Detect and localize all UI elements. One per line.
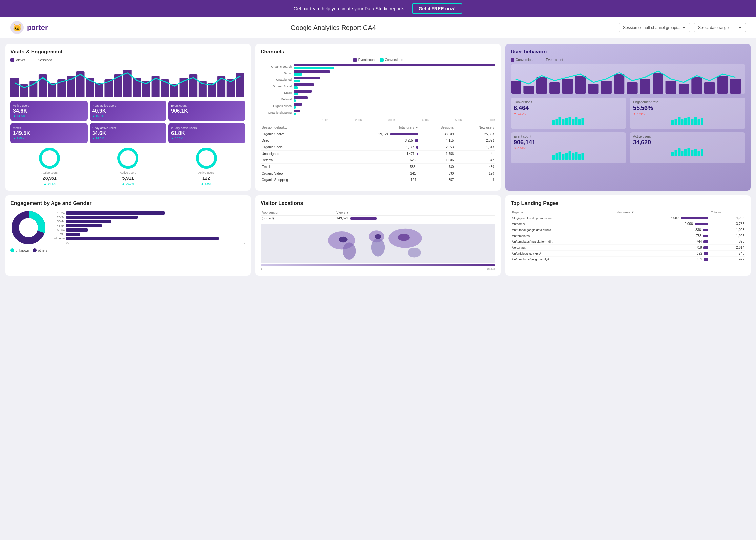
svg-rect-86 [688, 148, 690, 157]
svg-point-103 [375, 234, 381, 239]
age-legend-dot [33, 248, 37, 252]
svg-rect-46 [679, 84, 689, 94]
svg-rect-2 [11, 78, 19, 97]
views-legend-dot [11, 59, 14, 62]
total-users-cell: 241 [325, 170, 420, 177]
svg-point-97 [343, 242, 356, 259]
table-row: Unassigned 1,471 1,756 41 [260, 151, 496, 157]
beh-mini-chart [514, 115, 623, 125]
channel-horiz-row: Email [260, 90, 496, 95]
svg-rect-43 [640, 79, 650, 94]
channel-horiz-row: Unassigned [260, 77, 496, 82]
visits-chart [11, 65, 245, 97]
beh-metric-value: 906,141 [514, 139, 623, 146]
beh-metric-change: ▼ 0.09% [514, 147, 623, 150]
age-label: 35-44 [50, 220, 65, 223]
sessions-cell: 1,756 [420, 151, 455, 157]
age-bar [66, 215, 138, 219]
metric-change-3: ▲ 9.8% [13, 137, 85, 140]
svg-point-102 [339, 236, 348, 242]
svg-rect-77 [572, 153, 574, 160]
metric-change-4: ▲ 14.5% [92, 137, 164, 140]
metric-1day: 1-day active users 34.6K ▲ 14.5% [89, 123, 167, 143]
event-bar [294, 64, 496, 66]
channels-horiz-chart: Organic Search Direct Unassigned Organic… [260, 64, 496, 115]
table-row: (not set) 149,521 [260, 215, 496, 221]
page-path-cell: /en/articles/tiktok-kpis/ [511, 251, 615, 257]
age-legend-item: unknown [11, 248, 29, 252]
age-label: unknown [50, 237, 65, 240]
loc-version-cell: (not set) [260, 215, 335, 221]
new-users-cell: 41 [455, 151, 496, 157]
svg-point-30 [119, 149, 137, 167]
table-row: /en/templates/ 783 1,926 [511, 233, 745, 239]
beh-metric-label: Active users [633, 135, 742, 138]
svg-rect-35 [536, 77, 547, 94]
svg-rect-44 [653, 72, 663, 94]
svg-point-104 [398, 233, 410, 241]
age-bar [66, 233, 80, 236]
total-us-cell: 748 [710, 251, 745, 257]
channel-horiz-row: Referral [260, 96, 496, 102]
channels-panel: Channels Event count Conversions Organic… [255, 44, 501, 191]
svg-point-101 [407, 248, 421, 258]
circle-chart-0 [38, 147, 61, 170]
svg-rect-45 [666, 81, 676, 94]
svg-text:69.9%: 69.9% [24, 229, 33, 232]
new-users-bar [704, 258, 708, 261]
beh-conv-legend: Conversions [511, 58, 534, 62]
conv-bar [294, 73, 302, 76]
new-users-bar [680, 217, 708, 219]
conv-legend-dot [379, 59, 383, 62]
total-us-cell: 979 [710, 257, 745, 262]
landing-col-new: New users ▼ [615, 209, 710, 215]
total-bar [418, 166, 418, 168]
svg-text:🐱: 🐱 [13, 23, 22, 32]
svg-rect-11 [95, 83, 103, 97]
age-row: 25-34 [50, 215, 245, 219]
date-range-dropdown[interactable]: Select date range ▼ [694, 23, 746, 32]
landing-title: Top Landing Pages [511, 201, 745, 206]
channel-dropdown[interactable]: Session default channel groupi... ▼ [619, 23, 690, 32]
age-legend-label: unknown [16, 249, 29, 252]
svg-rect-62 [675, 119, 677, 125]
svg-rect-9 [76, 71, 84, 97]
svg-text:30.1%: 30.1% [24, 224, 33, 227]
total-users-cell: 1,471 [325, 151, 420, 157]
svg-rect-89 [697, 151, 700, 157]
event-bar [294, 96, 308, 99]
age-legend: unknown others [11, 248, 245, 252]
age-row: 18-24 [50, 211, 245, 214]
col-header-total: Total users ▼ [325, 124, 420, 131]
page-path-cell: /porter-auth [511, 245, 615, 251]
horiz-bars [294, 103, 496, 109]
age-label: 45-54 [50, 224, 65, 227]
circle-item-2: Active users 122 ▲ 8.9% [195, 147, 218, 185]
age-title: Engagement by Age and Gender [11, 201, 245, 206]
page-path-cell: /en/templates/ [511, 233, 615, 239]
beh-metric-value: 55.56% [633, 105, 742, 111]
age-bar [66, 220, 111, 223]
sessions-cell: 38,989 [420, 131, 455, 137]
svg-rect-42 [627, 82, 637, 94]
age-bar [66, 211, 165, 214]
new-users-cell: 2,006 [615, 221, 710, 227]
axis-label: 300K [388, 118, 395, 122]
main-content: Visits & Engagement Views Sessions [0, 38, 756, 281]
new-users-bar [695, 223, 708, 225]
total-bar [418, 159, 418, 162]
age-label: 55-64 [50, 228, 65, 232]
svg-rect-81 [671, 152, 674, 157]
metric-value-0: 34.6K [13, 108, 85, 114]
svg-rect-39 [588, 84, 598, 94]
channel-name-cell: Organic Shopping [260, 177, 325, 184]
age-bar-wrap [66, 220, 245, 223]
channel-name-cell: Organic Search [260, 131, 325, 137]
get-free-button[interactable]: Get it FREE now! [412, 3, 463, 14]
beh-metric-card: Engagement rate 55.56% ▼ 4.01% [630, 98, 745, 129]
circle-chg-2: ▲ 8.9% [201, 182, 212, 185]
total-bar [417, 153, 418, 155]
table-row: /porter-auth 718 2,614 [511, 245, 745, 251]
horiz-bars [294, 96, 496, 102]
circle-item-1: Active users 5,911 ▲ 20.9% [116, 147, 139, 185]
